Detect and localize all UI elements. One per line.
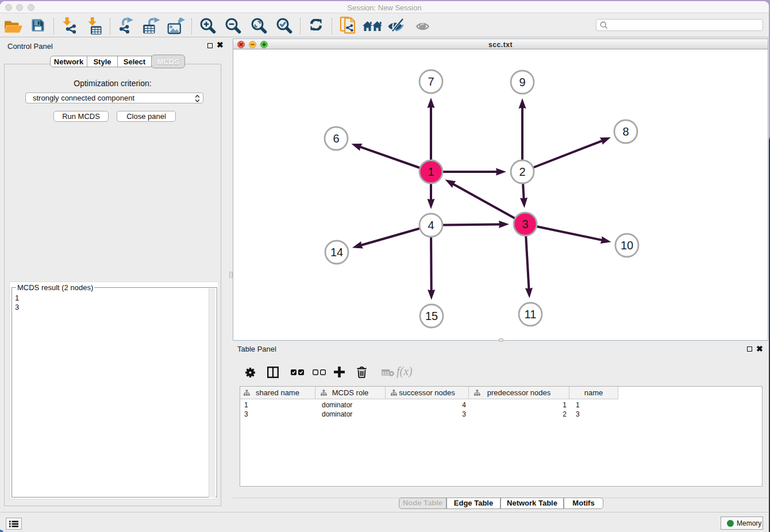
svg-text:9: 9 bbox=[519, 76, 525, 88]
svg-text:3: 3 bbox=[522, 218, 528, 230]
svg-text:1: 1 bbox=[428, 165, 434, 178]
svg-text:8: 8 bbox=[622, 125, 629, 138]
svg-text:14: 14 bbox=[330, 246, 343, 259]
svg-text:15: 15 bbox=[425, 310, 438, 322]
svg-text:10: 10 bbox=[621, 239, 633, 252]
svg-text:7: 7 bbox=[428, 75, 434, 88]
svg-text:6: 6 bbox=[333, 132, 339, 145]
svg-text:11: 11 bbox=[525, 308, 537, 321]
svg-text:4: 4 bbox=[428, 219, 434, 232]
svg-text:2: 2 bbox=[519, 165, 525, 178]
